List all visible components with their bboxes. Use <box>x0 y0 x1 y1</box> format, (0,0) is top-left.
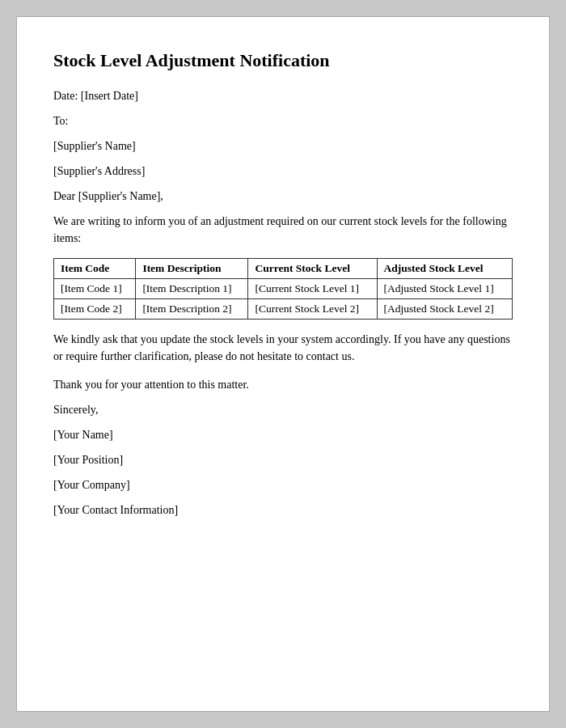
col-header-current-stock: Current Stock Level <box>248 258 377 278</box>
table-cell: [Adjusted Stock Level 1] <box>377 278 512 298</box>
followup-paragraph: We kindly ask that you update the stock … <box>53 331 513 365</box>
to-label: To: <box>53 112 513 129</box>
sincerely: Sincerely, <box>53 401 513 418</box>
dear-line: Dear [Supplier's Name], <box>53 188 513 205</box>
your-contact: [Your Contact Information] <box>53 502 513 518</box>
document-page: Stock Level Adjustment Notification Date… <box>16 16 550 712</box>
supplier-address: [Supplier's Address] <box>53 163 513 180</box>
col-header-item-code: Item Code <box>54 258 136 278</box>
intro-paragraph: We are writing to inform you of an adjus… <box>53 213 513 247</box>
col-header-item-description: Item Description <box>136 258 248 278</box>
table-cell: [Item Description 2] <box>136 298 248 319</box>
thank-you: Thank you for your attention to this mat… <box>53 376 513 393</box>
table-cell: [Current Stock Level 1] <box>248 278 377 298</box>
table-cell: [Current Stock Level 2] <box>248 298 377 319</box>
table-cell: [Item Code 2] <box>54 298 136 319</box>
supplier-name: [Supplier's Name] <box>53 138 513 154</box>
table-cell: [Item Code 1] <box>54 278 136 298</box>
col-header-adjusted-stock: Adjusted Stock Level <box>377 258 512 278</box>
document-title: Stock Level Adjustment Notification <box>53 49 513 73</box>
table-cell: [Item Description 1] <box>136 278 248 298</box>
table-header-row: Item Code Item Description Current Stock… <box>54 258 513 278</box>
table-row: [Item Code 2][Item Description 2][Curren… <box>54 298 513 319</box>
table-row: [Item Code 1][Item Description 1][Curren… <box>54 278 513 298</box>
your-position: [Your Position] <box>53 451 513 468</box>
table-cell: [Adjusted Stock Level 2] <box>377 298 512 319</box>
your-company: [Your Company] <box>53 476 513 493</box>
your-name: [Your Name] <box>53 426 513 443</box>
date-line: Date: [Insert Date] <box>53 87 513 104</box>
stock-table: Item Code Item Description Current Stock… <box>53 258 513 320</box>
